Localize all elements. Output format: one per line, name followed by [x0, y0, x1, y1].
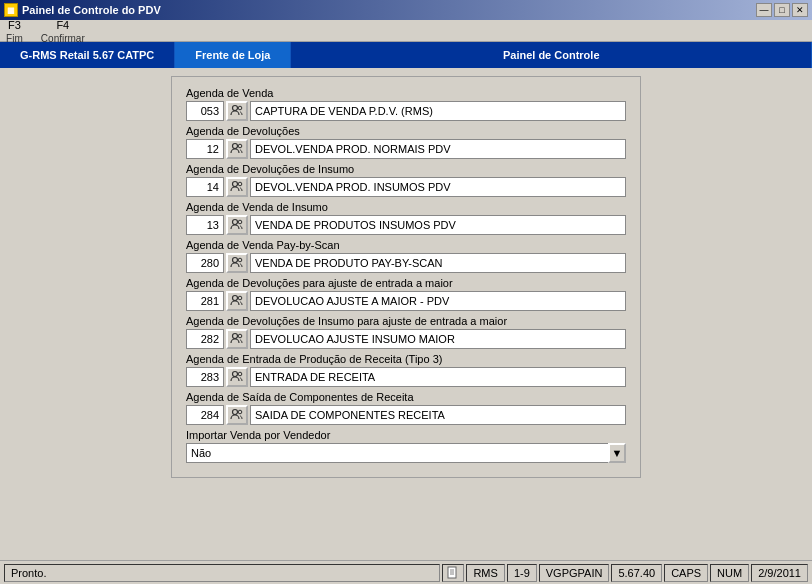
status-range: 1-9 [507, 564, 537, 582]
import-select-row: Não ▼ [186, 443, 626, 463]
svg-point-1 [238, 106, 242, 110]
status-ready-text: Pronto. [11, 567, 46, 579]
search-people-icon-7 [230, 370, 244, 384]
field-number-5: 281 [186, 291, 224, 311]
field-text-5: DEVOLUCAO AJUSTE A MAIOR - PDV [250, 291, 626, 311]
maximize-button[interactable]: □ [774, 3, 790, 17]
field-number-7: 283 [186, 367, 224, 387]
field-group-1: Agenda de Devoluções 12 DEVOL.VENDA PROD… [186, 125, 626, 159]
svg-point-12 [233, 334, 238, 339]
status-num: NUM [710, 564, 749, 582]
svg-point-13 [238, 334, 242, 338]
field-text-2: DEVOL.VENDA PROD. INSUMOS PDV [250, 177, 626, 197]
svg-point-11 [238, 296, 242, 300]
status-version: 5.67.40 [611, 564, 662, 582]
field-group-3: Agenda de Venda de Insumo 13 VENDA DE PR… [186, 201, 626, 235]
field-row-5: 281 DEVOLUCAO AJUSTE A MAIOR - PDV [186, 291, 626, 311]
import-label: Importar Venda por Vendedor [186, 429, 626, 441]
import-group: Importar Venda por Vendedor Não ▼ [186, 429, 626, 463]
svg-point-17 [238, 410, 242, 414]
menu-item-f3[interactable]: F3 Fim [4, 17, 25, 44]
section-label-1: Agenda de Devoluções [186, 125, 626, 137]
section-label-7: Agenda de Entrada de Produção de Receita… [186, 353, 626, 365]
field-row-0: 053 CAPTURA DE VENDA P.D.V. (RMS) [186, 101, 626, 121]
tab-grms[interactable]: G-RMS Retail 5.67 CATPC [0, 42, 175, 68]
svg-point-4 [233, 182, 238, 187]
status-bar: Pronto. RMS 1-9 VGPGPAIN 5.67.40 CAPS NU… [0, 560, 812, 584]
section-label-6: Agenda de Devoluções de Insumo para ajus… [186, 315, 626, 327]
title-bar: ▦ Painel de Controle do PDV — □ ✕ [0, 0, 812, 20]
field-row-4: 280 VENDA DE PRODUTO PAY-BY-SCAN [186, 253, 626, 273]
svg-point-15 [238, 372, 242, 376]
field-group-8: Agenda de Saída de Componentes de Receit… [186, 391, 626, 425]
field-text-3: VENDA DE PRODUTOS INSUMOS PDV [250, 215, 626, 235]
field-icon-btn-3[interactable] [226, 215, 248, 235]
search-people-icon-4 [230, 256, 244, 270]
field-group-2: Agenda de Devoluções de Insumo 14 DEVOL.… [186, 163, 626, 197]
field-row-6: 282 DEVOLUCAO AJUSTE INSUMO MAIOR [186, 329, 626, 349]
field-icon-btn-6[interactable] [226, 329, 248, 349]
tab-frente-label: Frente de Loja [195, 49, 270, 61]
tab-grms-label: G-RMS Retail 5.67 CATPC [20, 49, 154, 61]
svg-point-16 [233, 410, 238, 415]
search-people-icon-8 [230, 408, 244, 422]
field-icon-btn-2[interactable] [226, 177, 248, 197]
tab-painel[interactable]: Painel de Controle [291, 42, 812, 68]
menu-bar: F3 Fim F4 Confirmar [0, 20, 812, 42]
tab-painel-label: Painel de Controle [503, 49, 600, 61]
svg-point-3 [238, 144, 242, 148]
svg-point-6 [233, 220, 238, 225]
svg-point-7 [238, 220, 242, 224]
tab-bar: G-RMS Retail 5.67 CATPC Frente de Loja P… [0, 42, 812, 68]
field-group-5: Agenda de Devoluções para ajuste de entr… [186, 277, 626, 311]
field-number-3: 13 [186, 215, 224, 235]
minimize-button[interactable]: — [756, 3, 772, 17]
svg-point-5 [238, 182, 242, 186]
menu-item-f4[interactable]: F4 Confirmar [41, 17, 85, 44]
svg-rect-18 [448, 567, 456, 578]
field-icon-btn-7[interactable] [226, 367, 248, 387]
search-people-icon-6 [230, 332, 244, 346]
status-vgpgpain-text: VGPGPAIN [546, 567, 603, 579]
field-number-4: 280 [186, 253, 224, 273]
field-text-0: CAPTURA DE VENDA P.D.V. (RMS) [250, 101, 626, 121]
import-select[interactable]: Não [186, 443, 626, 463]
close-button[interactable]: ✕ [792, 3, 808, 17]
field-icon-btn-4[interactable] [226, 253, 248, 273]
title-bar-text: ▦ Painel de Controle do PDV [4, 3, 161, 17]
section-label-8: Agenda de Saída de Componentes de Receit… [186, 391, 626, 403]
status-date-text: 2/9/2011 [758, 567, 801, 579]
search-people-icon-3 [230, 218, 244, 232]
svg-point-9 [238, 258, 242, 262]
field-icon-btn-1[interactable] [226, 139, 248, 159]
field-number-2: 14 [186, 177, 224, 197]
field-text-8: SAIDA DE COMPONENTES RECEITA [250, 405, 626, 425]
search-people-icon-1 [230, 142, 244, 156]
field-icon-btn-8[interactable] [226, 405, 248, 425]
search-people-icon-0 [230, 104, 244, 118]
svg-point-0 [233, 106, 238, 111]
field-group-7: Agenda de Entrada de Produção de Receita… [186, 353, 626, 387]
field-number-0: 053 [186, 101, 224, 121]
search-people-icon-5 [230, 294, 244, 308]
field-number-8: 284 [186, 405, 224, 425]
field-icon-btn-0[interactable] [226, 101, 248, 121]
section-label-5: Agenda de Devoluções para ajuste de entr… [186, 277, 626, 289]
field-text-7: ENTRADA DE RECEITA [250, 367, 626, 387]
tab-frente[interactable]: Frente de Loja [175, 42, 291, 68]
field-row-3: 13 VENDA DE PRODUTOS INSUMOS PDV [186, 215, 626, 235]
section-label-2: Agenda de Devoluções de Insumo [186, 163, 626, 175]
status-rms: RMS [466, 564, 504, 582]
field-group-6: Agenda de Devoluções de Insumo para ajus… [186, 315, 626, 349]
field-row-7: 283 ENTRADA DE RECEITA [186, 367, 626, 387]
field-row-8: 284 SAIDA DE COMPONENTES RECEITA [186, 405, 626, 425]
app-icon: ▦ [4, 3, 18, 17]
svg-point-14 [233, 372, 238, 377]
field-group-0: Agenda de Venda 053 CAPTURA DE VENDA P.D… [186, 87, 626, 121]
section-label-0: Agenda de Venda [186, 87, 626, 99]
status-range-text: 1-9 [514, 567, 530, 579]
status-doc-icon [442, 564, 464, 582]
field-icon-btn-5[interactable] [226, 291, 248, 311]
search-people-icon-2 [230, 180, 244, 194]
menu-key-f3: F3 [4, 17, 25, 33]
